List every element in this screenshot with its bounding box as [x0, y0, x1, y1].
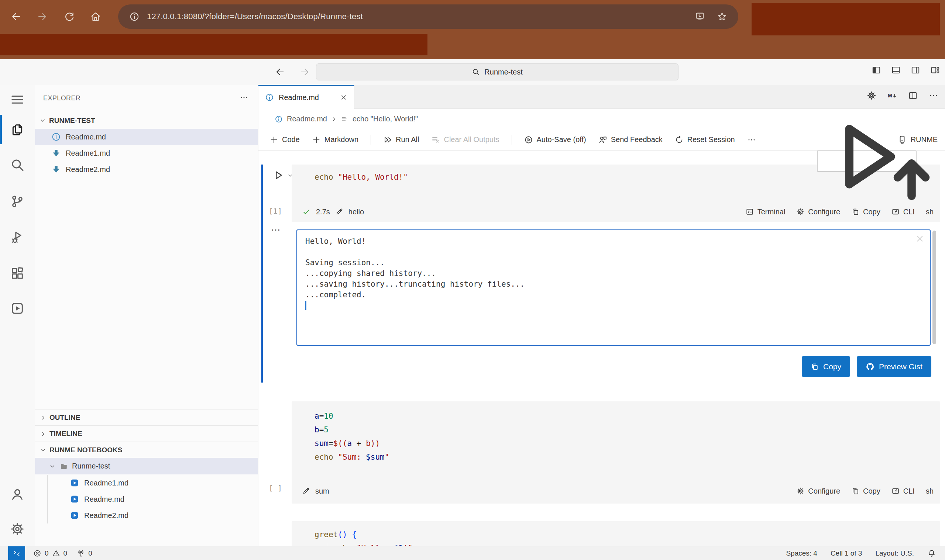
code-line: b=5	[314, 423, 389, 437]
explorer-more-icon[interactable]	[240, 93, 248, 102]
sidebar-section-timeline[interactable]: TIMELINE	[35, 425, 258, 442]
toolbar-clear-all-outputs[interactable]: Clear All Outputs	[431, 135, 499, 144]
bookmark-star-icon[interactable]	[717, 11, 727, 22]
activity-runme-notebooks[interactable]	[10, 301, 25, 316]
remote-indicator[interactable]	[8, 546, 25, 560]
breadcrumb-file[interactable]: Readme.md	[287, 115, 327, 123]
split-editor-icon[interactable]	[908, 91, 918, 100]
file-row-Readme.md[interactable]: Readme.md	[35, 129, 258, 145]
toolbar-auto-save-off-[interactable]: Auto-Save (off)	[524, 135, 586, 144]
activity-run-debug[interactable]	[10, 230, 25, 245]
toolbar-send-feedback[interactable]: Send Feedback	[598, 135, 663, 144]
button-label: Copy	[823, 362, 841, 371]
history-back-icon[interactable]	[274, 67, 285, 77]
toolbar-run-all[interactable]: Run All	[383, 135, 419, 144]
pencil-icon[interactable]	[335, 208, 343, 216]
activity-search[interactable]	[10, 157, 25, 172]
tab-readme[interactable]: Readme.md	[258, 85, 355, 109]
command-center-label: Runme-test	[484, 68, 522, 76]
browser-home-icon[interactable]	[90, 11, 101, 22]
activity-extensions[interactable]	[10, 266, 25, 281]
toolbar-code[interactable]: Code	[270, 135, 300, 144]
toolbar-markdown[interactable]: Markdown	[312, 135, 358, 144]
sidebar-section-outline[interactable]: OUTLINE	[35, 409, 258, 425]
more-icon	[747, 135, 756, 144]
history-forward-icon[interactable]	[300, 67, 310, 77]
file-row-Readme1.md[interactable]: Readme1.md	[35, 145, 258, 161]
arrow-down-file-icon	[51, 165, 61, 174]
copy-button[interactable]: Copy	[802, 356, 850, 377]
run-cell-button[interactable]	[272, 169, 285, 182]
close-output-icon[interactable]	[915, 234, 925, 243]
customize-layout-icon[interactable]	[930, 65, 940, 75]
cell-action-sh[interactable]: sh	[926, 487, 934, 495]
activity-menu[interactable]	[10, 92, 25, 107]
problems-indicator[interactable]: 0 0	[33, 549, 67, 557]
toolbar-more[interactable]	[747, 135, 756, 144]
activity-accounts[interactable]	[10, 487, 25, 502]
file-row-Readme2.md[interactable]: Readme2.md	[35, 161, 258, 177]
notebook-row-Readme.md[interactable]: Readme.md	[35, 491, 258, 507]
breadcrumb-cell[interactable]: echo "Hello, World!"	[353, 115, 418, 123]
status-bar: 0 0 0 Spaces: 4 Cell 1 of 3 Layout: U.S.	[0, 546, 945, 560]
cell-action-configure[interactable]: Configure	[796, 487, 840, 495]
execute-above-icon[interactable]	[824, 106, 935, 217]
workspace-section-header[interactable]: RUNME-TEST	[40, 114, 95, 128]
toggle-secondary-sidebar-icon[interactable]	[911, 65, 920, 75]
notebooks-folder-row[interactable]: Runme-test	[35, 458, 258, 474]
toolbar-reset-session[interactable]: Reset Session	[675, 135, 735, 144]
notebook-row-Readme1.md[interactable]: Readme1.md	[35, 475, 258, 491]
cell-output[interactable]: Hello, World! Saving session... ...copyi…	[296, 229, 931, 346]
run-all-icon	[383, 135, 392, 144]
browser-forward-icon[interactable]	[37, 11, 48, 22]
toggle-panel-icon[interactable]	[891, 65, 901, 75]
cell-code[interactable]: a=10b=5sum=$((a + b))echo "Sum: $sum"	[314, 409, 389, 464]
notifications-bell-icon[interactable]	[927, 549, 936, 558]
action-label: Terminal	[757, 208, 786, 216]
cell-name[interactable]: sum	[315, 487, 329, 495]
activity-source-control[interactable]	[10, 194, 25, 209]
more-actions-icon[interactable]	[929, 91, 938, 100]
browser-back-icon[interactable]	[10, 11, 22, 22]
cell-action-cli[interactable]: CLI	[891, 487, 915, 495]
activity-settings[interactable]	[10, 522, 25, 536]
cell-name[interactable]: hello	[348, 208, 364, 216]
output-scrollbar[interactable]	[933, 231, 936, 344]
explorer-title: EXPLORER	[43, 94, 80, 102]
gear-icon[interactable]	[867, 91, 876, 100]
notebook-row-Readme2.md[interactable]: Readme2.md	[35, 507, 258, 523]
markdown-preview-icon[interactable]: M	[887, 91, 897, 100]
close-icon[interactable]	[340, 94, 347, 101]
pencil-icon[interactable]	[302, 487, 310, 495]
activity-explorer[interactable]	[10, 123, 25, 137]
code-cell-2[interactable]: a=10b=5sum=$((a + b))echo "Sum: $sum" su…	[291, 402, 940, 503]
cell-action-copy[interactable]: Copy	[851, 487, 880, 495]
sidebar-section-runme-notebooks[interactable]: RUNME NOTEBOOKS	[35, 442, 258, 458]
status-cell-position[interactable]: Cell 1 of 3	[831, 549, 862, 557]
address-bar[interactable]: 127.0.0.1:8080/?folder=/Users/macos/Desk…	[118, 5, 738, 29]
page-banner-right	[752, 3, 940, 35]
execute-below-icon[interactable]	[935, 106, 945, 217]
install-app-icon[interactable]	[695, 11, 705, 22]
command-center[interactable]: Runme-test	[316, 63, 678, 80]
cell-code[interactable]: echo "Hello, World!"	[314, 171, 408, 184]
browser-reload-icon[interactable]	[63, 11, 75, 22]
toggle-sidebar-icon[interactable]	[871, 65, 881, 75]
ports-indicator[interactable]: 0	[77, 549, 92, 557]
remote-icon	[12, 549, 21, 557]
cell-action-terminal[interactable]: Terminal	[746, 208, 786, 216]
site-info-icon[interactable]	[129, 11, 140, 22]
chevron-down-icon	[40, 117, 46, 124]
status-spaces[interactable]: Spaces: 4	[786, 549, 817, 557]
github-icon	[866, 362, 874, 371]
url-text[interactable]: 127.0.0.1:8080/?folder=/Users/macos/Desk…	[147, 12, 363, 22]
terminal-cursor	[305, 301, 307, 310]
output-gutter-dots[interactable]: ⋯	[271, 224, 281, 236]
code-cell-3[interactable]: greet() { echo "Hello, $1!"	[291, 521, 940, 546]
toolbar-label: Markdown	[324, 135, 358, 144]
status-layout[interactable]: Layout: U.S.	[875, 549, 914, 557]
toolbar-divider	[512, 135, 512, 145]
cell-code[interactable]: greet() { echo "Hello, $1!"	[314, 528, 413, 546]
preview-gist-button[interactable]: Preview Gist	[857, 356, 931, 377]
file-label: Readme1.md	[84, 479, 128, 487]
